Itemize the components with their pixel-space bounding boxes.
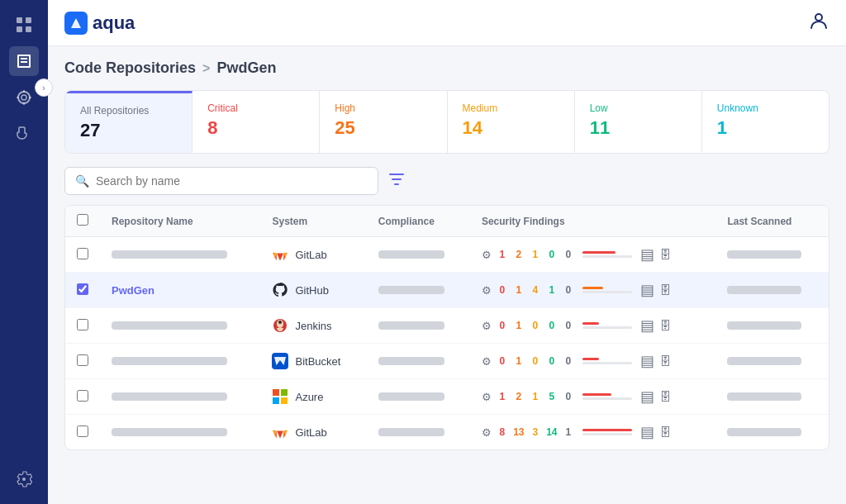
row-checkbox[interactable] (77, 354, 88, 366)
findings-gear-icon: ⚙ (482, 391, 492, 403)
col-header-security-findings: Security Findings (470, 206, 716, 237)
card-high-value: 25 (335, 117, 431, 139)
table-row: BitBucket ⚙ 0 1 0 0 (65, 344, 829, 379)
svg-rect-15 (272, 353, 288, 369)
breadcrumb-parent[interactable]: Code Repositories (64, 59, 196, 77)
system-cell: Azure (260, 379, 366, 415)
table-row: GitLab ⚙ 1 2 1 0 (65, 237, 829, 273)
database-icon[interactable]: 🗄 (659, 283, 671, 297)
sidebar-item-repos[interactable] (9, 46, 39, 76)
severity-bar-wrap (582, 287, 632, 293)
compliance-blurred (378, 357, 444, 365)
findings-critical: 0 (497, 284, 508, 296)
system-name: BitBucket (295, 355, 340, 368)
sidebar-item-grid[interactable] (9, 10, 39, 40)
database-icon[interactable]: 🗄 (659, 354, 671, 368)
findings-cell: ⚙ 1 2 1 5 0 ▤ 🗄 (470, 379, 716, 415)
severity-bar-critical (582, 322, 599, 325)
search-input[interactable] (96, 174, 368, 188)
card-critical-value: 8 (207, 117, 304, 139)
compliance-cell (367, 379, 470, 415)
table-row: GitLab ⚙ 8 13 3 14 (65, 415, 829, 450)
table-row: Azure ⚙ 1 2 1 5 (65, 379, 829, 415)
user-profile-icon[interactable] (808, 10, 829, 36)
svg-point-11 (815, 14, 822, 21)
severity-bar-bg (582, 362, 632, 364)
breadcrumb: Code Repositories > PwdGen (64, 59, 829, 77)
svg-point-5 (21, 95, 26, 100)
database-icon[interactable]: 🗄 (659, 319, 671, 332)
sidebar-collapse-button[interactable]: › (48, 78, 53, 97)
last-scanned-blurred (727, 250, 801, 259)
report-icon[interactable]: ▤ (640, 245, 654, 264)
aqua-logo-icon (64, 12, 88, 35)
report-icon[interactable]: ▤ (640, 423, 654, 441)
col-header-compliance: Compliance (367, 206, 470, 237)
findings-critical: 8 (497, 426, 508, 438)
findings-critical: 0 (497, 355, 508, 367)
findings-high: 1 (513, 284, 525, 296)
select-all-checkbox[interactable] (77, 214, 88, 226)
repos-table: Repository Name System Compliance Securi… (65, 206, 829, 449)
content-area: › Code Repositories > PwdGen All Reposit… (48, 46, 846, 504)
summary-card-high[interactable]: High 25 (320, 91, 447, 153)
repo-name-cell (100, 308, 260, 344)
severity-bar-bg (582, 397, 632, 400)
row-checkbox[interactable] (77, 319, 88, 330)
sidebar (0, 0, 48, 504)
findings-low: 0 (546, 320, 558, 331)
findings-critical: 1 (497, 391, 508, 402)
filter-icon[interactable] (388, 171, 405, 192)
row-checkbox[interactable] (77, 283, 88, 295)
row-checkbox[interactable] (77, 390, 88, 402)
compliance-cell (367, 273, 470, 308)
database-icon[interactable]: 🗄 (659, 390, 671, 403)
system-cell: Jenkins (260, 308, 366, 344)
summary-card-unknown[interactable]: Unknown 1 (702, 91, 829, 153)
summary-card-all[interactable]: All Repositories 27 (65, 91, 192, 153)
database-icon[interactable]: 🗄 (659, 426, 671, 439)
compliance-blurred (378, 392, 444, 401)
main-area: aqua › Code Repositories > PwdGen All Re… (48, 0, 846, 504)
row-checkbox[interactable] (77, 248, 88, 259)
search-box[interactable]: 🔍 (64, 167, 378, 195)
system-name: Azure (295, 391, 323, 403)
row-checkbox-cell (65, 273, 100, 308)
report-icon[interactable]: ▤ (640, 316, 654, 335)
summary-card-low[interactable]: Low 11 (575, 91, 702, 153)
topbar: aqua (48, 0, 846, 46)
table-container: Repository Name System Compliance Securi… (64, 205, 829, 450)
report-icon[interactable]: ▤ (640, 388, 654, 406)
system-cell: BitBucket (260, 344, 366, 379)
findings-low: 5 (546, 391, 558, 402)
report-icon[interactable]: ▤ (640, 281, 654, 299)
compliance-cell (367, 344, 470, 379)
repo-name-cell (100, 415, 260, 450)
severity-bar-wrap (582, 393, 632, 400)
search-row: 🔍 (64, 167, 829, 195)
sidebar-item-settings[interactable] (9, 464, 39, 494)
card-unknown-value: 1 (717, 117, 814, 139)
repo-name-link[interactable]: PwdGen (112, 284, 154, 297)
table-row: Jenkins ⚙ 0 1 0 0 (65, 308, 829, 344)
summary-card-medium[interactable]: Medium 14 (448, 91, 575, 153)
last-scanned-blurred (727, 392, 801, 401)
report-icon[interactable]: ▤ (640, 352, 654, 370)
findings-unknown: 0 (563, 284, 574, 296)
compliance-blurred (378, 428, 444, 436)
summary-card-critical[interactable]: Critical 8 (192, 91, 320, 153)
card-high-label: High (335, 102, 431, 114)
last-scanned-blurred (727, 428, 801, 436)
severity-bar-wrap (582, 251, 632, 258)
findings-medium: 0 (530, 355, 541, 367)
repo-name-cell (100, 237, 260, 273)
database-icon[interactable]: 🗄 (659, 248, 671, 261)
card-low-value: 11 (590, 117, 687, 139)
card-medium-label: Medium (463, 102, 559, 114)
findings-medium: 0 (530, 320, 541, 331)
row-checkbox-cell (65, 237, 100, 273)
findings-unknown: 0 (563, 355, 574, 367)
row-checkbox[interactable] (77, 426, 88, 437)
sidebar-item-hand[interactable] (9, 119, 39, 149)
severity-bar-bg (582, 433, 632, 435)
